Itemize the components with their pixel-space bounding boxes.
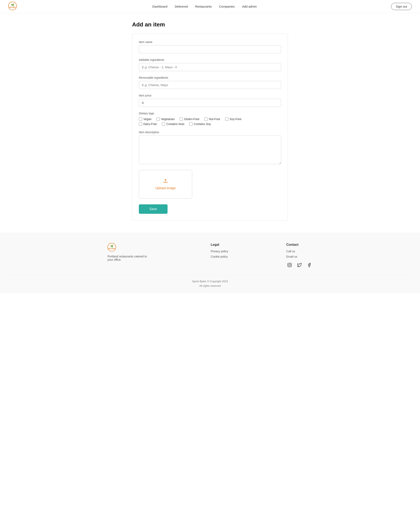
checkbox-contains-nuts[interactable]: Contains Nuts bbox=[162, 122, 184, 126]
page-title: Add an item bbox=[132, 21, 288, 28]
logo-text: SPORK bbox=[9, 6, 16, 8]
nav-add-admin[interactable]: Add admin bbox=[242, 5, 257, 8]
footer: 🌿 SPORK Portland restaurants catered to … bbox=[0, 233, 420, 293]
footer-contact: Contact Call us Email us bbox=[286, 243, 313, 268]
nav-links: Dashboard Delivered Restaurants Companie… bbox=[152, 5, 257, 8]
checkbox-nut-free[interactable]: Nut-Free bbox=[204, 117, 220, 121]
upload-image-box[interactable]: Upload image bbox=[139, 170, 192, 198]
upload-icon bbox=[163, 178, 168, 185]
checkbox-vegetarian[interactable]: Vegetarian bbox=[157, 117, 175, 121]
social-icons bbox=[286, 262, 313, 268]
footer-logo: 🌿 SPORK bbox=[107, 243, 117, 253]
footer-tagline: Portland restaurants catered to your off… bbox=[107, 255, 153, 261]
checkbox-contains-nuts-label: Contains Nuts bbox=[166, 122, 184, 126]
item-price-label: Item price bbox=[139, 94, 281, 97]
twitter-icon[interactable] bbox=[296, 262, 303, 268]
item-price-group: Item price bbox=[139, 94, 281, 107]
item-price-input[interactable] bbox=[139, 99, 281, 107]
checkbox-dairy-free-input[interactable] bbox=[139, 122, 142, 126]
footer-cookie-policy-link[interactable]: Cookie policy bbox=[211, 255, 228, 258]
checkbox-nut-free-label: Nut-Free bbox=[209, 117, 220, 121]
footer-logo-leaf-icon: 🌿 bbox=[110, 245, 113, 248]
checkbox-gluten-free[interactable]: Gluten-Free bbox=[180, 117, 200, 121]
save-button[interactable]: Save bbox=[139, 204, 168, 214]
nav-dashboard[interactable]: Dashboard bbox=[152, 5, 167, 8]
removable-ingredients-group: Removable ingredients bbox=[139, 76, 281, 89]
checkbox-contains-nuts-input[interactable] bbox=[162, 122, 165, 126]
footer-legal-heading: Legal bbox=[211, 243, 228, 247]
checkbox-gluten-free-label: Gluten-Free bbox=[184, 117, 200, 121]
checkbox-contains-soy[interactable]: Contains Soy bbox=[189, 122, 211, 126]
copyright-line2: All rights reserved bbox=[8, 284, 412, 288]
checkbox-contains-soy-label: Contains Soy bbox=[194, 122, 211, 126]
checkboxes-row-2: Dairy-Free Contains Nuts Contains Soy bbox=[139, 122, 281, 126]
footer-email-us-link[interactable]: Email us bbox=[286, 255, 297, 258]
checkbox-dairy-free-label: Dairy-Free bbox=[143, 122, 157, 126]
footer-brand: 🌿 SPORK Portland restaurants catered to … bbox=[107, 243, 153, 261]
facebook-icon[interactable] bbox=[306, 262, 313, 268]
instagram-icon[interactable] bbox=[286, 262, 293, 268]
item-description-label: Item description bbox=[139, 131, 281, 134]
navbar: 🌿 SPORK Dashboard Delivered Restaurants … bbox=[0, 0, 420, 13]
nav-delivered[interactable]: Delivered bbox=[175, 5, 188, 8]
checkbox-soy-free-label: Soy-Free bbox=[230, 117, 242, 121]
checkbox-nut-free-input[interactable] bbox=[204, 117, 208, 121]
removable-ingredients-label: Removable ingredients bbox=[139, 76, 281, 79]
addable-ingredients-group: Addable ingredients bbox=[139, 58, 281, 71]
logo-leaf-icon: 🌿 bbox=[11, 3, 14, 6]
dietary-tags-group: Dietary tags Vegan Vegetarian Gluten-Fre… bbox=[139, 112, 281, 126]
upload-image-label: Upload image bbox=[156, 186, 176, 190]
checkbox-contains-soy-input[interactable] bbox=[189, 122, 193, 126]
footer-bottom: Spork Bytes © Copyright 2023 All rights … bbox=[8, 275, 412, 288]
footer-call-us-link[interactable]: Call us bbox=[286, 250, 295, 253]
footer-privacy-policy-link[interactable]: Privacy policy bbox=[211, 250, 228, 253]
logo[interactable]: 🌿 SPORK bbox=[8, 2, 18, 11]
footer-logo-text: SPORK bbox=[108, 248, 115, 250]
checkbox-vegan-input[interactable] bbox=[139, 117, 142, 121]
checkbox-dairy-free[interactable]: Dairy-Free bbox=[139, 122, 157, 126]
checkbox-vegan-label: Vegan bbox=[143, 117, 151, 121]
main-content: Add an item Item name Addable ingredient… bbox=[128, 13, 292, 233]
svg-point-1 bbox=[289, 264, 290, 266]
checkbox-vegetarian-label: Vegetarian bbox=[161, 117, 175, 121]
addable-ingredients-input[interactable] bbox=[139, 63, 281, 71]
checkbox-vegetarian-input[interactable] bbox=[157, 117, 160, 121]
item-name-group: Item name bbox=[139, 40, 281, 53]
checkbox-soy-free-input[interactable] bbox=[225, 117, 228, 121]
footer-legal: Legal Privacy policy Cookie policy bbox=[211, 243, 228, 260]
copyright-line1: Spork Bytes © Copyright 2023 bbox=[8, 279, 412, 284]
checkbox-gluten-free-input[interactable] bbox=[180, 117, 183, 121]
addable-ingredients-label: Addable ingredients bbox=[139, 58, 281, 61]
add-item-form-card: Item name Addable ingredients Removable … bbox=[132, 34, 288, 220]
nav-companies[interactable]: Companies bbox=[219, 5, 235, 8]
svg-point-2 bbox=[290, 264, 291, 264]
checkbox-soy-free[interactable]: Soy-Free bbox=[225, 117, 242, 121]
removable-ingredients-input[interactable] bbox=[139, 81, 281, 89]
checkboxes-row-1: Vegan Vegetarian Gluten-Free Nut-Free So… bbox=[139, 117, 281, 121]
nav-restaurants[interactable]: Restaurants bbox=[195, 5, 212, 8]
item-description-input[interactable] bbox=[139, 135, 281, 164]
item-name-input[interactable] bbox=[139, 45, 281, 53]
checkbox-vegan[interactable]: Vegan bbox=[139, 117, 151, 121]
dietary-tags-label: Dietary tags bbox=[139, 112, 281, 115]
item-name-label: Item name bbox=[139, 40, 281, 44]
sign-out-button[interactable]: Sign out bbox=[391, 3, 412, 10]
item-description-group: Item description bbox=[139, 131, 281, 165]
svg-rect-0 bbox=[288, 263, 292, 267]
footer-contact-heading: Contact bbox=[286, 243, 313, 247]
